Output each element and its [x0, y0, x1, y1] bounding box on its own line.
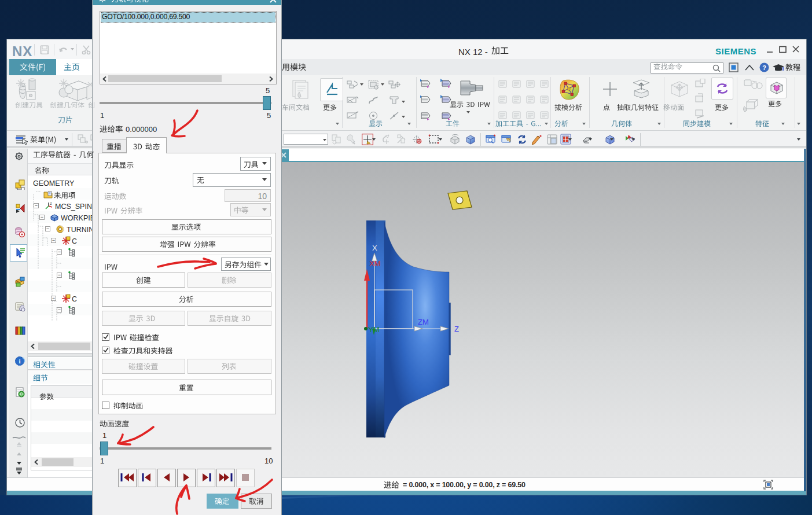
- svg-text:ZM: ZM: [418, 318, 429, 326]
- svg-text:X: X: [372, 244, 377, 252]
- svg-text:?: ?: [762, 64, 766, 71]
- svg-text:Z: Z: [50, 202, 52, 205]
- svg-text:XM: XM: [369, 259, 381, 268]
- svg-text:Z: Z: [454, 325, 459, 333]
- svg-text:i: i: [19, 358, 20, 365]
